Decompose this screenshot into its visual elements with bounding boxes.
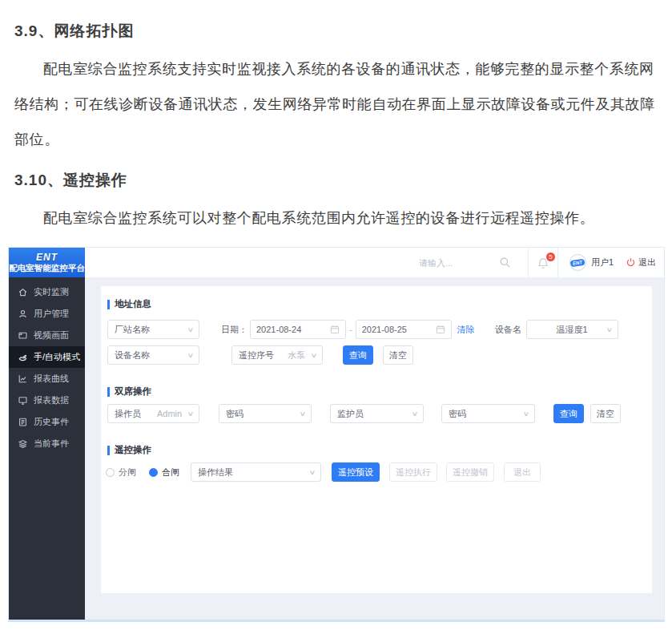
address-section-title: 地址信息: [107, 298, 652, 310]
search-input[interactable]: [419, 258, 499, 268]
sidebar-item-video[interactable]: 视频画面: [9, 325, 85, 346]
logout-button[interactable]: 退出: [626, 256, 656, 269]
sidebar: ENT 配电室智能监控平台 实时监测 用户管理 视频画面: [9, 248, 85, 620]
sidebar-item-label: 报表数据: [34, 394, 69, 406]
clear-dates-link[interactable]: 清除: [457, 324, 475, 336]
layers-icon: [18, 438, 28, 449]
notification-bell[interactable]: 5: [537, 256, 549, 270]
search-box[interactable]: [419, 256, 520, 269]
sidebar-item-users[interactable]: 用户管理: [9, 303, 85, 325]
topbar: 5 ENT 用户1 退出: [85, 248, 664, 277]
remote-seq-select[interactable]: 遥控序号 水泵 ∨: [231, 345, 323, 365]
sidebar-item-label: 用户管理: [34, 308, 69, 320]
video-icon: [18, 330, 28, 341]
device-select[interactable]: 温湿度1 ∨: [526, 320, 618, 339]
guardian-select[interactable]: 监护员 ∨: [330, 404, 424, 423]
date-from-input[interactable]: 2021-08-24: [250, 320, 346, 339]
address-row-2: 设备名称 ∨ 遥控序号 水泵 ∨ 查询 清空: [107, 345, 652, 365]
remote-revoke-button[interactable]: 遥控撤销: [446, 462, 494, 482]
radio-open[interactable]: 分闸: [106, 466, 136, 479]
station-select[interactable]: 厂站名称 ∨: [107, 320, 199, 339]
power-icon: [626, 257, 636, 268]
guardian-password-select[interactable]: 密码 ∨: [441, 404, 535, 423]
username: 用户1: [591, 256, 614, 269]
topbar-divider: [557, 248, 558, 277]
sidebar-item-label: 手/自动模式: [34, 351, 80, 363]
sidebar-nav: 实时监测 用户管理 视频画面 手/自动模式: [9, 277, 85, 454]
dual-section-title: 双席操作: [107, 386, 652, 398]
chevron-down-icon: ∨: [306, 352, 318, 359]
device-label: 设备名: [495, 324, 521, 336]
operator-password-select[interactable]: 密码 ∨: [219, 404, 312, 423]
main-area: 5 ENT 用户1 退出 地址信息 厂站名称: [85, 248, 664, 620]
sidebar-item-realtime[interactable]: 实时监测: [9, 281, 85, 303]
user-menu[interactable]: ENT 用户1: [569, 254, 614, 271]
address-row-1: 厂站名称 ∨ 日期： 2021-08-24 - 2021-08-25: [107, 320, 652, 339]
radio-circle-icon: [106, 468, 115, 477]
dual-reset-button[interactable]: 清空: [590, 404, 621, 423]
dual-row: 操作员 Admin ∨ 密码 ∨ 监护员 ∨ 密码 ∨: [107, 404, 652, 423]
chart-line-icon: [18, 374, 28, 384]
chevron-down-icon: ∨: [295, 410, 307, 418]
sidebar-item-label: 当前事件: [34, 438, 69, 450]
avatar: ENT: [569, 254, 586, 271]
radio-circle-checked-icon: [149, 468, 158, 477]
app-logo: ENT 配电室智能监控平台: [9, 248, 85, 277]
device-name-select[interactable]: 设备名称 ∨: [107, 345, 199, 365]
operation-result-select[interactable]: 操作结果 ∨: [191, 462, 321, 482]
sidebar-item-label: 视频画面: [34, 329, 69, 341]
chevron-down-icon: ∨: [183, 326, 195, 333]
user-icon: [18, 309, 28, 319]
section-bar: [107, 300, 110, 309]
chevron-down-icon: ∨: [601, 326, 613, 333]
chevron-down-icon: ∨: [304, 469, 316, 476]
section-paragraph-3-10: 配电室综合监控系统可以对整个配电系统范围内允许遥控的设备进行远程遥控操作。: [14, 200, 658, 236]
address-query-button[interactable]: 查询: [343, 345, 373, 365]
brand-logo: ENT: [36, 252, 58, 263]
calendar-icon: [436, 325, 445, 334]
content-area: 地址信息 厂站名称 ∨ 日期： 2021-08-24 -: [85, 277, 664, 620]
calendar-icon: [330, 325, 340, 334]
dual-query-button[interactable]: 查询: [553, 404, 584, 423]
remote-row: 分闸 合闸 操作结果 ∨ 遥控预设 遥控执行 遥控撤销 退出: [107, 462, 652, 482]
remote-exit-button[interactable]: 退出: [504, 462, 541, 482]
remote-section-title: 遥控操作: [107, 444, 652, 456]
remote-preset-button[interactable]: 遥控预设: [332, 462, 380, 482]
search-icon[interactable]: [499, 256, 511, 269]
hand-icon: [18, 352, 28, 362]
chevron-down-icon: ∨: [183, 410, 195, 418]
sidebar-item-current-events[interactable]: 当前事件: [9, 433, 85, 454]
sidebar-item-label: 报表曲线: [34, 373, 69, 385]
sidebar-item-report-data[interactable]: 报表数据: [9, 390, 85, 411]
section-heading-3-10: 3.10、遥控操作: [14, 170, 658, 191]
app-screenshot: ENT 配电室智能监控平台 实时监测 用户管理 视频画面: [8, 247, 665, 622]
chevron-down-icon: ∨: [518, 410, 530, 418]
date-to-input[interactable]: 2021-08-25: [356, 320, 452, 339]
chevron-down-icon: ∨: [407, 410, 419, 418]
operator-select[interactable]: 操作员 Admin ∨: [107, 404, 199, 423]
sidebar-item-label: 实时监测: [34, 286, 69, 298]
section-paragraph-3-9: 配电室综合监控系统支持实时监视接入系统的各设备的通讯状态，能够完整的显示整个系统…: [14, 51, 658, 157]
remote-execute-button[interactable]: 遥控执行: [389, 462, 437, 482]
notification-badge: 5: [546, 252, 555, 261]
manual-page: 3.9、网络拓扑图 配电室综合监控系统支持实时监视接入系统的各设备的通讯状态，能…: [0, 0, 672, 236]
topbar-divider: [528, 248, 529, 277]
home-icon: [18, 287, 28, 297]
date-label: 日期：: [221, 324, 247, 336]
sidebar-item-report-curves[interactable]: 报表曲线: [9, 368, 85, 390]
section-bar: [107, 387, 110, 397]
sidebar-item-label: 历史事件: [34, 416, 69, 428]
section-heading-3-9: 3.9、网络拓扑图: [14, 21, 658, 42]
section-bar: [107, 446, 110, 455]
sidebar-item-manual-auto-mode[interactable]: 手/自动模式: [9, 346, 85, 368]
app-title: 配电室智能监控平台: [9, 263, 85, 273]
history-icon: [18, 417, 28, 427]
form-card: 地址信息 厂站名称 ∨ 日期： 2021-08-24 -: [101, 286, 652, 593]
monitor-icon: [18, 395, 28, 406]
sidebar-item-history-events[interactable]: 历史事件: [9, 411, 85, 433]
address-reset-button[interactable]: 清空: [383, 345, 413, 365]
chevron-down-icon: ∨: [183, 352, 195, 359]
radio-close[interactable]: 合闸: [149, 466, 179, 479]
date-separator: -: [349, 325, 352, 334]
